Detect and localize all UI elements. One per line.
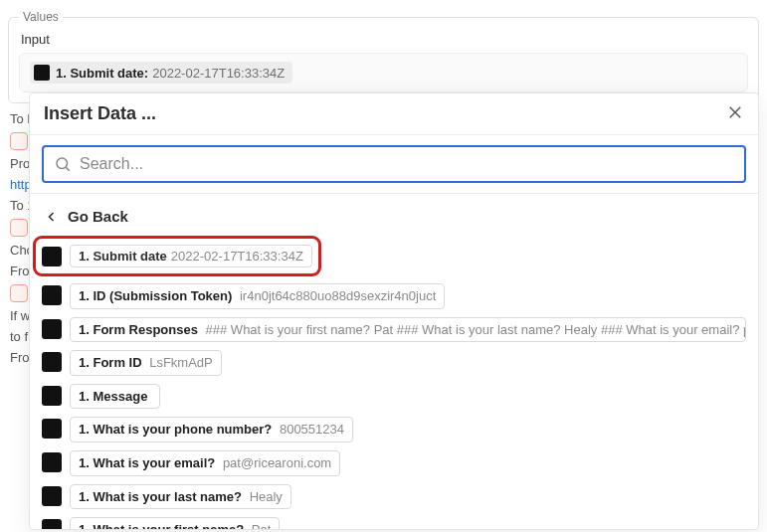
search-box[interactable] xyxy=(42,145,746,183)
data-item[interactable]: 1. What is your first name? Pat xyxy=(38,513,750,530)
app-square-icon xyxy=(42,247,62,266)
card-icon xyxy=(10,132,28,150)
item-label: 1. Form ID xyxy=(79,355,142,370)
data-item[interactable]: 1. Form ID LsFkmAdP xyxy=(38,346,750,380)
input-label: Input xyxy=(21,32,748,47)
item-value: ### What is your first name? Pat ### Wha… xyxy=(206,322,746,337)
insert-data-modal: Insert Data ... Go Back 1. Submit date 2… xyxy=(29,92,759,530)
item-value: ir4n0jt64c880uo88d9sexzir4n0juct xyxy=(240,288,436,303)
data-item-list: 1. Submit date 2022-02-17T16:33:34Z 1. I… xyxy=(30,231,758,530)
item-label: 1. What is your first name? xyxy=(79,522,244,530)
item-label: 1. ID (Submission Token) xyxy=(79,288,232,303)
app-square-icon xyxy=(42,519,62,530)
go-back-button[interactable]: Go Back xyxy=(30,194,758,231)
app-square-icon xyxy=(42,352,62,372)
item-label: 1. What is your phone number? xyxy=(79,422,272,437)
card-icon xyxy=(10,284,28,302)
search-icon xyxy=(54,155,72,173)
data-item[interactable]: 1. What is your email? pat@ricearoni.com xyxy=(38,446,750,480)
item-label: 1. What is your last name? xyxy=(79,489,242,504)
search-input[interactable] xyxy=(80,155,734,173)
modal-header: Insert Data ... xyxy=(30,93,758,135)
data-item-highlighted[interactable]: 1. Submit date 2022-02-17T16:33:34Z xyxy=(36,239,318,273)
svg-line-3 xyxy=(66,167,69,170)
submit-date-pill[interactable]: 1. Submit date: 2022-02-17T16:33:34Z xyxy=(30,62,292,84)
pill-value: 2022-02-17T16:33:34Z xyxy=(152,66,285,81)
go-back-label: Go Back xyxy=(68,208,128,225)
item-value: Pat xyxy=(252,522,272,530)
svg-point-2 xyxy=(57,158,68,169)
item-value: Healy xyxy=(250,489,283,504)
card-icon xyxy=(10,219,28,237)
chevron-left-icon xyxy=(46,211,58,223)
item-label: 1. Form Responses xyxy=(79,322,198,337)
item-label: 1. Message xyxy=(79,389,147,404)
app-square-icon xyxy=(42,419,62,439)
data-item[interactable]: 1. ID (Submission Token) ir4n0jt64c880uo… xyxy=(38,279,750,313)
app-square-icon xyxy=(34,65,50,81)
app-square-icon xyxy=(42,486,62,506)
pill-label: 1. Submit date: xyxy=(56,66,148,81)
item-label: 1. What is your email? xyxy=(79,455,215,470)
data-item[interactable]: 1. Message xyxy=(38,380,750,414)
close-button[interactable] xyxy=(726,103,744,124)
item-value: 2022-02-17T16:33:34Z xyxy=(171,249,303,264)
app-square-icon xyxy=(42,319,62,339)
app-square-icon xyxy=(42,452,62,472)
item-value: 800551234 xyxy=(280,422,344,437)
app-square-icon xyxy=(42,386,62,406)
data-item[interactable]: 1. What is your phone number? 800551234 xyxy=(38,413,750,446)
data-item[interactable]: 1. Form Responses ### What is your first… xyxy=(38,313,750,347)
values-fieldset: Values Input 1. Submit date: 2022-02-17T… xyxy=(8,10,759,103)
item-label: 1. Submit date xyxy=(79,249,167,264)
data-item[interactable]: 1. What is your last name? Healy xyxy=(38,480,750,514)
modal-title: Insert Data ... xyxy=(44,103,156,124)
app-square-icon xyxy=(42,285,62,305)
close-icon xyxy=(726,103,744,121)
values-legend: Values xyxy=(19,10,63,24)
item-value: pat@ricearoni.com xyxy=(223,455,331,470)
search-wrap xyxy=(30,135,758,194)
item-value: LsFkmAdP xyxy=(149,355,213,370)
pill-row: 1. Submit date: 2022-02-17T16:33:34Z xyxy=(19,53,748,92)
